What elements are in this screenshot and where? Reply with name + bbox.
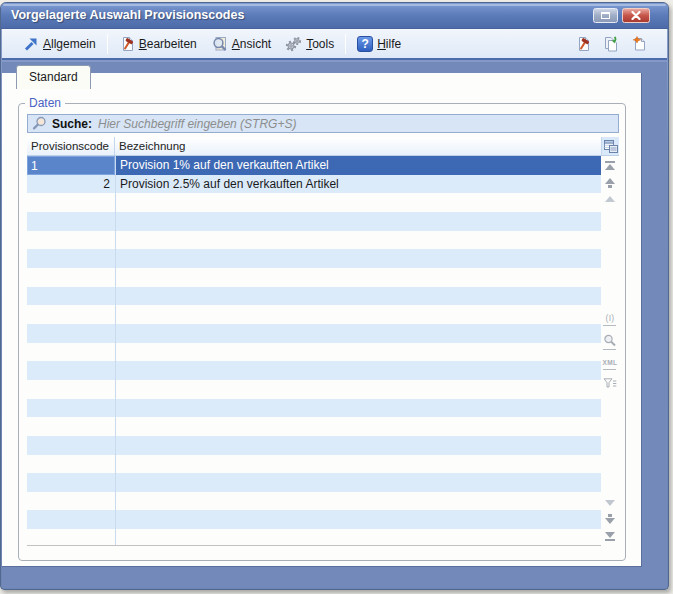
daten-groupbox: Daten Suche: Provisionscode Bezeichnung [18,103,626,561]
scroll-down-button[interactable] [605,500,615,506]
grid-search-button[interactable] [603,334,616,350]
table-row-empty [27,417,601,436]
restore-icon [601,12,610,19]
grid-search-icon [603,334,616,347]
table-row-empty [27,380,601,399]
table-row-empty [27,193,601,212]
column-chooser-icon [604,140,618,153]
copy-document-button[interactable] [601,34,621,54]
filter-icon [603,378,617,388]
first-row-button[interactable] [605,161,615,170]
window-title: Vorgelagerte Auswahl Provisionscodes [11,8,244,22]
table-row-empty [27,268,601,287]
client-area: Standard Daten Suche: Provisionscode Bez… [2,62,667,588]
toolbar-separator [107,34,108,54]
table-row-empty [27,436,601,455]
document-hammer-button[interactable] [573,34,593,54]
copy-document-icon [603,36,619,52]
search-icon [32,116,47,131]
table-row-empty [27,455,601,474]
close-button[interactable] [622,8,650,23]
table-row-empty [27,249,601,268]
table-row-empty [27,399,601,418]
table-row[interactable]: 2 Provision 2.5% auf den verkauften Arti… [27,175,601,194]
main-toolbar: Allgemein Bearbeiten Ansicht [2,29,667,60]
table-row-empty [27,343,601,362]
aggregate-button[interactable]: (I) [603,314,616,326]
first-row-icon [605,161,615,163]
menu-allgemein[interactable]: Allgemein [16,33,103,55]
table-body: 1 Provision 1% auf den verkauften Artike… [27,156,601,546]
cell-provisionscode[interactable]: 2 [27,175,115,194]
close-icon [631,11,641,20]
table-row-empty [27,510,601,529]
cell-bezeichnung[interactable]: Provision 1% auf den verkauften Artikel [115,156,601,175]
previous-row-icon [605,178,615,184]
table-row-empty [27,287,601,306]
xml-export-button[interactable]: XML [603,358,618,370]
menu-tools[interactable]: Tools [278,33,341,55]
app-window: Vorgelagerte Auswahl Provisionscodes All… [0,2,669,590]
gears-icon [285,36,302,52]
help-icon: ? [357,36,373,52]
brackets-icon: (I) [606,314,615,323]
menu-hilfe[interactable]: ? Hilfe [350,33,408,55]
nav-arrow-icon [23,36,39,52]
search-bar[interactable]: Suche: [27,114,619,133]
search-input[interactable] [98,117,614,131]
table-row-empty [27,305,601,324]
table-row-empty [27,473,601,492]
table-row-empty [27,231,601,250]
column-chooser-button[interactable] [601,137,619,155]
cell-bezeichnung[interactable]: Provision 2.5% auf den verkauften Artike… [115,175,601,194]
new-document-icon [631,36,647,52]
restore-button[interactable] [593,8,618,23]
search-label: Suche: [52,117,92,131]
filter-button[interactable] [603,378,617,388]
scroll-down-icon [605,500,615,506]
scroll-up-icon [605,196,615,202]
column-header-bezeichnung[interactable]: Bezeichnung [115,137,601,155]
table-row-empty [27,324,601,343]
table-row-empty [27,361,601,380]
cell-provisionscode[interactable]: 1 [27,156,115,175]
column-header-provisionscode[interactable]: Provisionscode [27,137,115,155]
document-hammer-icon [119,36,135,52]
grid-nav-strip: (I) XML [601,156,619,546]
xml-icon: XML [603,358,618,367]
tab-page: Daten Suche: Provisionscode Bezeichnung [2,73,642,567]
table-row[interactable]: 1 Provision 1% auf den verkauften Artike… [27,156,601,175]
next-row-icon [605,518,615,524]
new-document-button[interactable] [629,34,649,54]
tab-standard[interactable]: Standard [16,65,91,89]
last-row-button[interactable] [605,532,615,541]
window-titlebar[interactable]: Vorgelagerte Auswahl Provisionscodes [1,3,668,29]
table-row-empty [27,529,601,546]
next-row-button[interactable] [605,514,615,524]
menu-bearbeiten[interactable]: Bearbeiten [112,33,204,55]
previous-row-button[interactable] [605,178,615,188]
document-hammer-icon [575,36,591,52]
toolbar-separator [345,34,346,54]
table-row-empty [27,212,601,231]
grid-header: Provisionscode Bezeichnung [27,137,619,156]
data-grid: Provisionscode Bezeichnung [27,137,619,546]
magnifier-document-icon [211,36,228,52]
table-row-empty [27,492,601,511]
groupbox-label: Daten [25,96,65,110]
menu-ansicht[interactable]: Ansicht [204,33,278,55]
scroll-up-button[interactable] [605,196,615,202]
last-row-icon [605,532,615,538]
